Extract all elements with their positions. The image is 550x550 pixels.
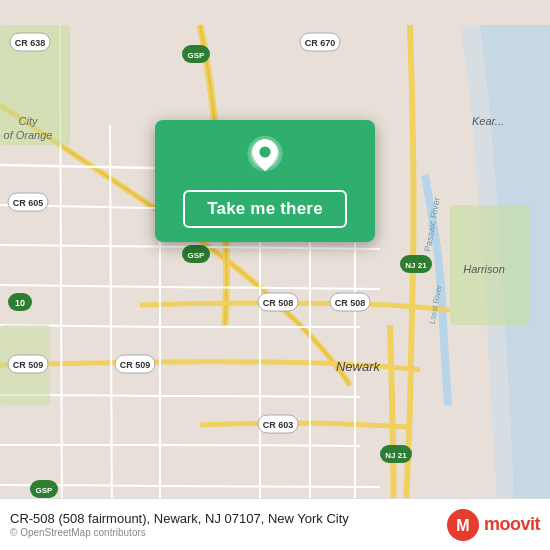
svg-text:of Orange: of Orange [4,129,53,141]
svg-text:M: M [456,517,469,534]
svg-text:CR 603: CR 603 [263,420,294,430]
map-container: CR 638 GSP CR 670 CR 605 GSP CR 508 NJ 2… [0,0,550,550]
svg-text:CR 509: CR 509 [120,360,151,370]
svg-text:CR 605: CR 605 [13,198,44,208]
svg-text:GSP: GSP [36,486,54,495]
svg-text:NJ 21: NJ 21 [385,451,407,460]
svg-text:Harrison: Harrison [463,263,505,275]
svg-text:City: City [19,115,39,127]
svg-text:GSP: GSP [188,251,206,260]
popup-card: Take me there [155,120,375,242]
svg-text:CR 638: CR 638 [15,38,46,48]
svg-point-43 [259,146,270,157]
svg-text:GSP: GSP [188,51,206,60]
svg-text:NJ 21: NJ 21 [405,261,427,270]
bottom-info: CR-508 (508 fairmount), Newark, NJ 07107… [10,511,349,538]
svg-text:Kear...: Kear... [472,115,504,127]
attribution-text: © OpenStreetMap contributors [10,527,349,538]
take-me-there-button[interactable]: Take me there [183,190,347,228]
svg-text:CR 508: CR 508 [335,298,366,308]
svg-text:CR 508: CR 508 [263,298,294,308]
svg-text:10: 10 [15,298,25,308]
address-text: CR-508 (508 fairmount), Newark, NJ 07107… [10,511,349,526]
moovit-brand-text: moovit [484,514,540,535]
svg-text:CR 670: CR 670 [305,38,336,48]
moovit-logo: M moovit [447,509,540,541]
location-pin-icon [243,136,287,180]
svg-text:Newark: Newark [336,359,382,374]
map-background: CR 638 GSP CR 670 CR 605 GSP CR 508 NJ 2… [0,0,550,550]
moovit-icon: M [447,509,479,541]
bottom-bar: CR-508 (508 fairmount), Newark, NJ 07107… [0,498,550,550]
svg-text:CR 509: CR 509 [13,360,44,370]
